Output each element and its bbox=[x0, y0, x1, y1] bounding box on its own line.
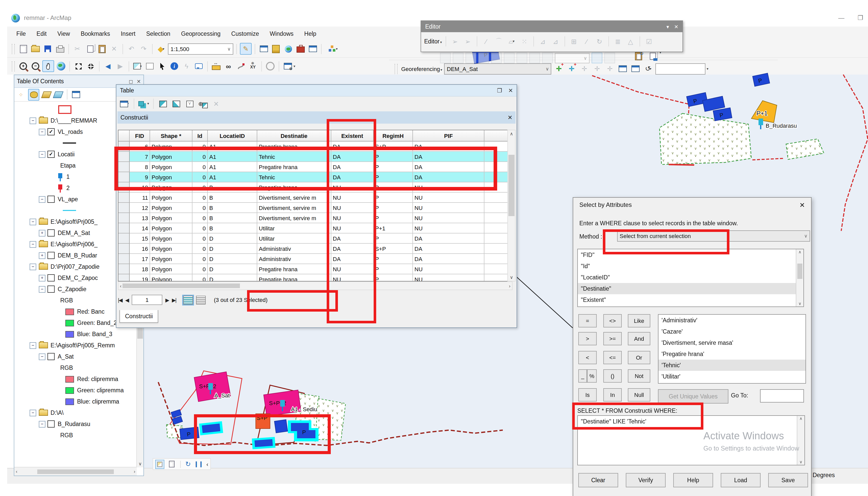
toc-item-blue-band-3[interactable]: Blue: Band_3 bbox=[14, 328, 137, 340]
layer-visibility-checkbox[interactable] bbox=[47, 353, 54, 360]
column-header-existent[interactable]: Existent bbox=[331, 130, 374, 141]
delete-selected-icon[interactable]: ✕ bbox=[211, 98, 222, 109]
collapse-icon[interactable]: − bbox=[39, 128, 45, 135]
value-item[interactable]: 'Administrativ' bbox=[658, 315, 805, 326]
layer-visibility-checkbox[interactable]: ✓ bbox=[47, 151, 54, 158]
collapse-icon[interactable]: − bbox=[39, 286, 45, 292]
table-sheet-close-icon[interactable]: ✕ bbox=[508, 114, 513, 121]
row-handle[interactable] bbox=[118, 213, 130, 223]
operator-button-%[interactable]: % bbox=[587, 369, 597, 383]
operator-button-Is[interactable]: Is bbox=[578, 388, 597, 402]
help-button[interactable]: Help bbox=[673, 473, 713, 487]
toc-item-e-agisoft-prj005-remm[interactable]: −E:\Agisoft\Prj005_Remm bbox=[14, 340, 137, 351]
get-unique-values-button[interactable]: Get Unique Values bbox=[658, 389, 728, 404]
editor-toolbar-close-icon[interactable]: ✕ bbox=[674, 24, 678, 29]
switch-selection-icon[interactable] bbox=[171, 98, 182, 109]
method-dropdown[interactable]: Select from current selection∨ bbox=[617, 230, 810, 242]
endpoint-arc-icon[interactable]: ⌒ bbox=[494, 36, 504, 47]
operator-button-()[interactable]: () bbox=[603, 369, 622, 383]
row-handle[interactable] bbox=[118, 203, 130, 213]
editor-toolbar-titlebar[interactable]: Editor ▾✕ bbox=[421, 21, 682, 32]
row-handle[interactable] bbox=[118, 152, 130, 162]
grid-horizontal-scrollbar[interactable]: ‹ › bbox=[118, 281, 513, 290]
column-header-shape[interactable]: Shape * bbox=[150, 130, 192, 141]
last-record-icon[interactable]: ▶| bbox=[172, 297, 176, 303]
table-row-fid-7[interactable]: 7Polygon0A1TehnicDAPDA bbox=[118, 152, 509, 162]
layer-visibility-checkbox[interactable] bbox=[47, 252, 54, 259]
point-tool-icon[interactable]: ⁙ bbox=[519, 36, 530, 47]
operator-button->[interactable]: > bbox=[578, 332, 597, 345]
collapse-icon[interactable]: − bbox=[39, 151, 45, 158]
zoom-to-selected-icon[interactable]: ⊕ bbox=[197, 98, 208, 109]
previous-record-icon[interactable]: ◀ bbox=[125, 297, 129, 303]
first-record-icon[interactable]: |◀ bbox=[118, 297, 122, 303]
collapse-icon[interactable]: − bbox=[30, 241, 36, 248]
collapse-icon[interactable]: − bbox=[30, 409, 36, 416]
list-by-selection-icon[interactable] bbox=[53, 89, 63, 100]
column-header-pif[interactable]: PIF bbox=[413, 130, 484, 141]
create-features-icon[interactable]: ☑ bbox=[644, 36, 654, 47]
table-row-fid-8[interactable]: 8Polygon0A1Pregatire hranaDAPDA bbox=[118, 162, 509, 172]
save-button[interactable]: Save bbox=[768, 473, 808, 487]
toc-item-b-rudarasu[interactable]: −B_Rudarasu bbox=[14, 418, 137, 430]
row-handle[interactable] bbox=[118, 141, 130, 152]
table-window-titlebar[interactable]: Table ❐✕ bbox=[116, 85, 517, 96]
row-handle[interactable] bbox=[118, 254, 130, 264]
row-handle[interactable] bbox=[118, 264, 130, 274]
layer-package-icon[interactable] bbox=[647, 50, 657, 61]
fields-list[interactable]: "FID""Id""LocatieID""Destinatie""Existen… bbox=[577, 249, 804, 307]
edit-annotation-tool-icon[interactable]: ➢ bbox=[463, 36, 473, 47]
toc-close-icon[interactable]: ✕ bbox=[136, 78, 141, 84]
collapse-icon[interactable]: − bbox=[30, 342, 36, 348]
value-item[interactable]: 'Tehnic' bbox=[658, 360, 805, 371]
dialog-close-icon[interactable]: ✕ bbox=[799, 201, 805, 209]
rotate-tool-icon[interactable]: ⊿ bbox=[550, 36, 561, 47]
values-list[interactable]: 'Administrativ''Cazare''Divertisment, se… bbox=[658, 314, 806, 384]
field-item[interactable]: "Id" bbox=[578, 261, 803, 272]
construction-tools-icon[interactable]: ▱▾ bbox=[507, 36, 517, 47]
expand-icon[interactable]: + bbox=[39, 275, 45, 281]
column-header-id[interactable]: Id bbox=[192, 130, 208, 141]
operator-button-Or[interactable]: Or bbox=[628, 351, 650, 364]
clear-selection-table-icon[interactable]: ⋎ bbox=[184, 98, 195, 109]
clear-button[interactable]: Clear bbox=[578, 473, 618, 487]
value-item[interactable]: 'Cazare' bbox=[658, 326, 805, 337]
operator-button-=[interactable]: = bbox=[578, 314, 597, 327]
layer-visibility-checkbox[interactable] bbox=[47, 274, 54, 281]
toc-item-red-clipremma[interactable]: Red: clipremma bbox=[14, 373, 137, 385]
field-item[interactable]: "Destinatie" bbox=[578, 283, 803, 294]
row-handle[interactable] bbox=[118, 162, 130, 172]
show-all-records-icon[interactable] bbox=[183, 295, 193, 304]
expand-icon[interactable]: + bbox=[39, 230, 45, 236]
collapse-icon[interactable]: − bbox=[39, 196, 45, 203]
where-clause-box[interactable]: "Destinatie" LIKE 'Tehnic' ∧ ∨ bbox=[577, 415, 805, 465]
operator-button-Null[interactable]: Null bbox=[628, 388, 650, 402]
table-tab-constructii[interactable]: Constructii bbox=[119, 310, 159, 323]
operator-button-Like[interactable]: Like bbox=[628, 314, 650, 327]
table-row-fid-11[interactable]: 11Polygon0BDivertisment, servire mNUPNU bbox=[118, 192, 509, 203]
layer-visibility-checkbox[interactable] bbox=[47, 285, 54, 293]
table-row-fid-15[interactable]: 15Polygon0DUtilitarDAPDA bbox=[118, 233, 509, 244]
pause-drawing-icon[interactable]: ❙❙ bbox=[194, 461, 204, 467]
table-window-close-icon[interactable]: ✕ bbox=[509, 87, 513, 94]
goto-input[interactable] bbox=[760, 389, 804, 403]
table-row-fid-16[interactable]: 16Polygon0DAdministrativDAS+PDA bbox=[118, 244, 509, 254]
operator-button-<=[interactable]: <= bbox=[603, 351, 622, 364]
value-item[interactable]: 'Divertisment, servire masa' bbox=[658, 337, 805, 348]
row-handle[interactable] bbox=[118, 233, 130, 244]
clipboard-tools-icon[interactable]: ↻ bbox=[633, 50, 644, 61]
list-by-source-icon[interactable] bbox=[28, 89, 39, 100]
table-row-fid-17[interactable]: 17Polygon0DAdministrativDAPDA bbox=[118, 254, 509, 264]
edit-tool-icon[interactable]: ➢ bbox=[450, 36, 461, 47]
previous-extent-small-icon[interactable]: ‹ bbox=[207, 461, 208, 467]
where-box-scrollbar[interactable]: ∧ ∨ bbox=[797, 416, 804, 465]
layer-visibility-checkbox[interactable]: ✓ bbox=[47, 128, 54, 135]
straight-segment-icon[interactable]: ∕ bbox=[481, 36, 492, 47]
layer-visibility-checkbox[interactable] bbox=[47, 229, 54, 236]
field-item[interactable]: "Existent" bbox=[578, 294, 803, 306]
load-button[interactable]: Load bbox=[721, 473, 760, 487]
list-by-visibility-icon[interactable] bbox=[42, 89, 51, 100]
table-window-restore-icon[interactable]: ❐ bbox=[497, 87, 502, 94]
attributes-window-icon[interactable]: ≣ bbox=[612, 36, 623, 47]
cut-polygons-icon[interactable]: ∕ bbox=[581, 36, 592, 47]
